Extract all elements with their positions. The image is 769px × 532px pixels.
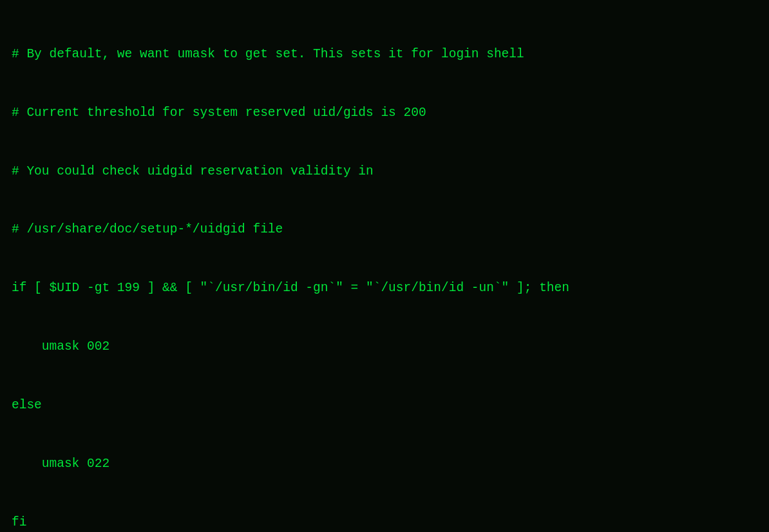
code-content: # By default, we want umask to get set. … xyxy=(12,5,757,532)
code-line-5: if [ $UID -gt 199 ] && [ "`/usr/bin/id -… xyxy=(12,278,757,298)
code-line-8: umask 022 xyxy=(12,454,757,473)
code-line-6: umask 002 xyxy=(12,337,757,356)
code-line-4: # /usr/share/doc/setup-*/uidgid file xyxy=(12,220,757,239)
code-line-9: fi xyxy=(12,513,757,532)
code-line-2: # Current threshold for system reserved … xyxy=(12,103,757,122)
code-line-7: else xyxy=(12,395,757,415)
code-line-1: # By default, we want umask to get set. … xyxy=(12,44,757,64)
code-line-3: # You could check uidgid reservation val… xyxy=(12,162,757,181)
terminal-window: # By default, we want umask to get set. … xyxy=(0,0,769,532)
